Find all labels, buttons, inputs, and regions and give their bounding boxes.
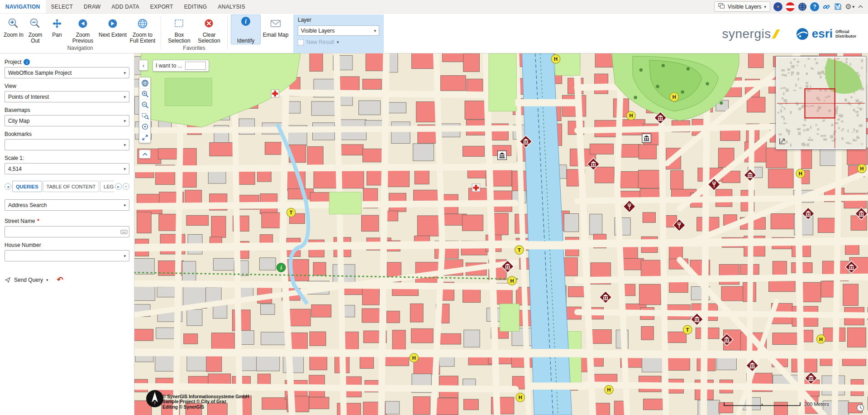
layer-select[interactable]: Visible Layers ▾ xyxy=(298,25,379,36)
reset-query-icon[interactable]: ↶ xyxy=(57,275,63,285)
overview-map[interactable] xyxy=(776,56,866,150)
clear-selection-button[interactable]: Clear Selection xyxy=(194,14,224,44)
map-area[interactable]: iTTTHHHHHHHHHH ‹ I want to ... xyxy=(134,53,868,415)
expand-tool-icon[interactable] xyxy=(139,132,150,143)
next-extent-label: Next Extent xyxy=(99,32,127,38)
send-query-icon xyxy=(5,277,11,283)
tab-add-data[interactable]: ADD DATA xyxy=(106,0,144,13)
zoom-full-extent-button[interactable]: Zoom to Full Extent xyxy=(128,14,157,44)
email-map-icon xyxy=(269,17,282,31)
map-marker-t[interactable]: T xyxy=(286,208,296,217)
view-select[interactable]: Points of Interest▾ xyxy=(5,91,129,102)
toolbar-collapse-up-button[interactable] xyxy=(139,150,151,159)
svg-text:T: T xyxy=(686,327,689,333)
overview-extent-rect[interactable] xyxy=(805,89,835,118)
map-marker-h[interactable]: H xyxy=(508,276,517,285)
link-icon[interactable] xyxy=(822,2,830,11)
street-name-label: Street Name xyxy=(5,218,35,224)
tabs-add-icon[interactable]: + xyxy=(123,183,129,190)
identify-button[interactable]: i Identify xyxy=(231,14,261,44)
svg-text:i: i xyxy=(245,18,247,25)
box-selection-button[interactable]: Box Selection xyxy=(164,14,194,44)
map-marker-h[interactable]: H xyxy=(858,164,867,173)
panel-tab-table-of-content[interactable]: TABLE OF CONTENT xyxy=(43,181,100,192)
map-marker-h[interactable]: H xyxy=(627,111,636,120)
globe-tool-icon[interactable] xyxy=(139,77,150,88)
map-marker-i[interactable]: i xyxy=(277,263,286,272)
austria-flag-icon[interactable] xyxy=(786,2,795,11)
zoom-window-tool-icon[interactable] xyxy=(139,110,150,121)
map-marker-cross[interactable] xyxy=(271,90,279,97)
query-type-select[interactable]: Address Search▾ xyxy=(5,199,129,211)
map-canvas[interactable]: iTTTHHHHHHHHHH xyxy=(134,53,868,415)
street-name-input[interactable] xyxy=(5,226,129,237)
tab-select[interactable]: SELECT xyxy=(46,0,78,13)
save-icon[interactable] xyxy=(834,2,842,11)
tab-navigation[interactable]: NAVIGATION xyxy=(0,0,46,13)
map-marker-h[interactable]: H xyxy=(551,54,560,63)
map-marker-h[interactable]: H xyxy=(410,353,419,362)
zoom-previous-label: Zoom Previous xyxy=(68,32,97,44)
map-marker-h[interactable]: H xyxy=(516,393,525,401)
info-icon[interactable]: i xyxy=(24,59,30,65)
collapse-ribbon-icon[interactable] xyxy=(858,4,863,10)
send-query-button[interactable]: Send Query ▾ ↶ xyxy=(5,275,129,285)
center-tool-icon[interactable] xyxy=(139,121,150,132)
visible-layers-label: Visible Layers xyxy=(728,4,761,10)
map-marker-h[interactable]: H xyxy=(816,335,825,343)
chevron-down-icon: ▾ xyxy=(337,40,339,44)
identify-label: Identify xyxy=(237,38,255,44)
house-number-select[interactable]: ▾ xyxy=(5,250,129,261)
zoom-in-tool-icon[interactable] xyxy=(139,88,150,99)
map-toolbar xyxy=(139,77,151,143)
zoom-out-icon xyxy=(29,17,42,31)
basemaps-label: Basemaps xyxy=(5,107,129,113)
scale-select[interactable]: 4,514▾ xyxy=(5,163,129,174)
zoom-out-tool-icon[interactable] xyxy=(139,99,150,110)
globe-language-icon[interactable] xyxy=(798,2,807,11)
brand-logos: synergis esri OfficialDistributor xyxy=(722,14,863,53)
map-marker-t[interactable]: T xyxy=(515,246,524,254)
i-want-to-input[interactable] xyxy=(185,62,206,70)
tab-editing[interactable]: EDITING xyxy=(179,0,213,13)
zoom-out-button[interactable]: Zoom Out xyxy=(24,14,46,44)
next-extent-button[interactable]: Next Extent xyxy=(98,14,128,44)
north-arrow[interactable] xyxy=(145,389,164,410)
layer-label: Layer xyxy=(298,17,379,23)
bookmarks-select[interactable]: ▾ xyxy=(5,139,129,150)
map-marker-cross[interactable] xyxy=(472,184,480,192)
panel-tab-legend[interactable]: LEGEND xyxy=(100,181,114,192)
pan-icon xyxy=(51,17,63,31)
tab-export[interactable]: EXPORT xyxy=(145,0,179,13)
i-want-to-search[interactable]: I want to ... xyxy=(153,60,209,72)
keyboard-icon[interactable] xyxy=(120,228,128,237)
map-marker-h[interactable]: H xyxy=(796,169,805,178)
tabs-scroll-left-icon[interactable]: ◂ xyxy=(5,183,11,190)
map-marker-museum2[interactable] xyxy=(642,134,651,142)
zoom-previous-button[interactable]: Zoom Previous xyxy=(68,14,98,44)
zoom-in-button[interactable]: Zoom In xyxy=(3,14,24,44)
box-selection-icon xyxy=(173,17,186,31)
settings-gear-icon[interactable]: ⚙▾ xyxy=(845,2,854,11)
eu-flag-icon[interactable]: ✶ xyxy=(773,2,782,11)
map-marker-h[interactable]: H xyxy=(670,92,679,101)
map-marker-t[interactable]: T xyxy=(683,325,692,334)
basemaps-select[interactable]: City Map▾ xyxy=(5,115,129,126)
project-select[interactable]: WebOffice Sample Project▾ xyxy=(5,67,129,78)
sidebar-collapse-button[interactable]: ‹ xyxy=(139,60,148,71)
pan-button[interactable]: Pan xyxy=(46,14,68,44)
tabs-scroll-right-icon[interactable]: ▸ xyxy=(115,183,122,190)
map-marker-museum2[interactable] xyxy=(498,151,507,159)
history-clock-icon[interactable] xyxy=(856,404,864,413)
email-map-button[interactable]: Email Map xyxy=(261,14,291,44)
panel-tab-queries[interactable]: QUERIES xyxy=(12,181,42,192)
left-panel: Projecti WebOffice Sample Project▾ View … xyxy=(0,53,134,415)
copyright-line: Editing © SynerGIS xyxy=(162,405,249,410)
chevron-down-icon: ▾ xyxy=(374,29,376,33)
new-result-button[interactable]: New Result ▾ xyxy=(298,39,379,45)
visible-layers-dropdown[interactable]: Visible Layers ▾ xyxy=(714,1,770,12)
tab-draw[interactable]: DRAW xyxy=(78,0,106,13)
tab-analysis[interactable]: ANALYSIS xyxy=(212,0,250,13)
map-marker-h[interactable]: H xyxy=(605,385,614,394)
help-icon[interactable]: ? xyxy=(810,2,819,11)
